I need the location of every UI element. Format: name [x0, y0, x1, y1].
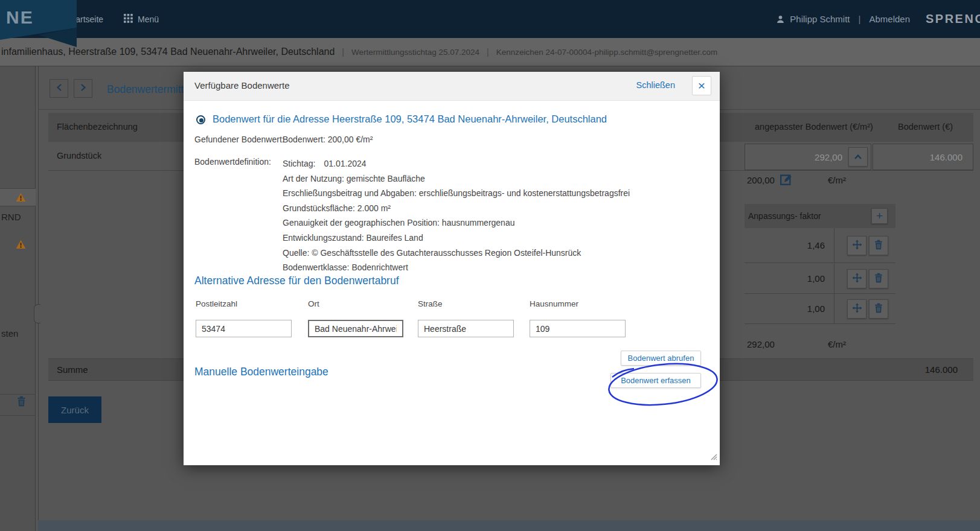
- land-value-cell[interactable]: 146.000: [873, 144, 973, 170]
- sidebar-divider: [0, 394, 36, 395]
- base-value-unit: €/m²: [828, 175, 846, 185]
- nav-menu-label: Menü: [138, 14, 159, 24]
- factor-value-cell: 1,00: [745, 294, 834, 323]
- user-name[interactable]: Philipp Schmitt: [790, 14, 850, 24]
- factor-header-label: Anpassungs- faktor: [748, 211, 821, 221]
- factor-row: 1,00: [745, 294, 895, 324]
- title-separator: |: [342, 47, 344, 57]
- row-area-label: Grundstück: [57, 151, 101, 161]
- alternative-address-heading: Alternative Adresse für den Bodenwertabr…: [194, 275, 399, 287]
- chevron-left-icon: [56, 83, 63, 94]
- column-header-land-value: Bodenwert (€): [898, 122, 953, 132]
- definition-line-stichtag: Stichtag:01.01.2024: [283, 156, 630, 171]
- chevron-up-icon: [854, 151, 862, 162]
- resize-handle-icon[interactable]: [710, 452, 717, 463]
- next-tab-button[interactable]: [74, 79, 92, 98]
- close-button[interactable]: ×: [692, 76, 711, 95]
- definition-line: Bodenwertklasse: Bodenrichtwert: [283, 260, 630, 275]
- ort-input[interactable]: [308, 320, 403, 337]
- bodenwert-erfassen-button[interactable]: Bodenwert erfassen: [610, 373, 701, 388]
- column-header-area: Flächenbezeichnung: [57, 122, 138, 132]
- brand-logo: SPRENGNETTER: [926, 12, 980, 26]
- top-navbar: NE Startseite Menü Philipp Schmitt | Abm…: [0, 0, 980, 38]
- stichtag-label: Stichtag:: [283, 159, 315, 168]
- delete-factor-button[interactable]: [869, 299, 888, 319]
- user-area: Philipp Schmitt | Abmelden SPRENGNETTER: [776, 0, 980, 38]
- adjusted-value: 292,00: [815, 152, 842, 162]
- valuation-date: Wertermittlungsstichtag 25.07.2024: [351, 48, 479, 57]
- move-factor-button[interactable]: [847, 269, 866, 288]
- field-label-ort: Ort: [308, 299, 319, 308]
- adjusted-result-unit: €/m²: [828, 339, 846, 349]
- warning-icon: [16, 192, 26, 205]
- postleitzahl-input[interactable]: [196, 320, 292, 337]
- definition-line: Grundstücksfläche: 2.000 m²: [283, 201, 630, 216]
- bodenwert-abrufen-button[interactable]: Bodenwert abrufen: [621, 351, 701, 366]
- strasse-input[interactable]: [418, 320, 514, 337]
- delete-factor-button[interactable]: [869, 269, 888, 288]
- factor-value-cell: 1,46: [745, 228, 834, 262]
- definition-line: Genauigkeit der geographischen Position:…: [283, 215, 630, 231]
- object-title-bar: infamilienhaus, Heerstraße 109, 53474 Ba…: [0, 38, 980, 66]
- grid-menu-icon: [124, 14, 133, 25]
- factor-row: 1,00: [745, 264, 895, 294]
- edit-icon[interactable]: [780, 173, 793, 188]
- prev-tab-button[interactable]: [50, 79, 68, 98]
- chevron-right-icon: [80, 83, 87, 94]
- move-icon: [852, 273, 862, 285]
- factor-row: 1,46: [745, 228, 895, 263]
- app-logo[interactable]: NE: [0, 0, 80, 48]
- factor-value: 1,00: [807, 273, 825, 284]
- field-label-hausnummer: Hausnummer: [530, 299, 578, 308]
- sidebar-item-fragment-rnd[interactable]: RND: [1, 212, 21, 222]
- close-link[interactable]: Schließen: [636, 80, 675, 90]
- base-land-value: 200,00: [747, 175, 775, 185]
- field-label-postleitzahl: Postleitzahl: [196, 299, 237, 308]
- modal-header: Verfügbare Bodenwerte Schließen ×: [184, 72, 720, 101]
- logo-text: NE: [6, 7, 34, 28]
- logout-link[interactable]: Abmelden: [869, 14, 910, 24]
- trash-icon[interactable]: [16, 396, 27, 409]
- back-button[interactable]: Zurück: [48, 396, 101, 423]
- collapse-detail-button[interactable]: [848, 147, 868, 167]
- move-factor-button[interactable]: [847, 299, 866, 319]
- land-value: 146.000: [930, 152, 962, 162]
- factor-value: 1,46: [807, 240, 825, 250]
- sidebar-selected-row[interactable]: [0, 188, 36, 206]
- address-bodenwert-radio-label[interactable]: Bodenwert für die Adresse Heerstraße 109…: [213, 113, 607, 125]
- nav-menu[interactable]: Menü: [124, 0, 159, 38]
- reference-id: Kennzeichen 24-07-00004-philipp.schmitt@…: [496, 48, 717, 57]
- move-factor-button[interactable]: [847, 236, 866, 255]
- left-sidebar: [0, 66, 36, 531]
- delete-factor-button[interactable]: [869, 236, 888, 255]
- move-icon: [852, 240, 862, 252]
- field-label-strasse: Straße: [418, 299, 443, 308]
- plus-icon: +: [876, 209, 883, 223]
- factor-value: 1,00: [807, 304, 825, 314]
- hausnummer-input[interactable]: [530, 320, 626, 337]
- modal-title: Verfügbare Bodenwerte: [194, 80, 290, 91]
- sidebar-item-fragment-sten[interactable]: sten: [1, 328, 18, 339]
- address-bodenwert-radio[interactable]: [196, 115, 205, 124]
- definition-line: Quelle: © Geschäftsstelle des Gutachtera…: [283, 246, 630, 261]
- title-separator-2: |: [487, 47, 489, 57]
- add-factor-button[interactable]: +: [871, 208, 888, 224]
- adjusted-value-cell[interactable]: 292,00: [745, 144, 871, 170]
- close-icon: ×: [698, 78, 705, 92]
- sum-value: 146.000: [925, 364, 958, 375]
- definition-lines: Stichtag:01.01.2024 Art der Nutzung: gem…: [283, 156, 630, 275]
- manual-entry-heading: Manuelle Bodenwerteingabe: [194, 366, 328, 378]
- definition-line: Entwicklungszustand: Baureifes Land: [283, 231, 630, 246]
- sum-label: Summe: [57, 364, 88, 375]
- sidebar-divider: [0, 415, 36, 416]
- modal-verfuegbare-bodenwerte: Verfügbare Bodenwerte Schließen × Bodenw…: [184, 72, 720, 465]
- trash-icon: [874, 273, 883, 285]
- user-icon: [776, 14, 785, 24]
- app-screen: NE Startseite Menü Philipp Schmitt | Abm…: [0, 0, 980, 531]
- panel-collapse-handle[interactable]: [34, 304, 40, 323]
- user-separator: |: [859, 14, 861, 24]
- column-header-adjusted-value: angepasster Bodenwert (€/m²): [755, 122, 873, 132]
- trash-icon: [874, 240, 883, 252]
- warning-icon: [16, 240, 26, 252]
- definition-label: Bodenwertdefinition:: [194, 157, 271, 167]
